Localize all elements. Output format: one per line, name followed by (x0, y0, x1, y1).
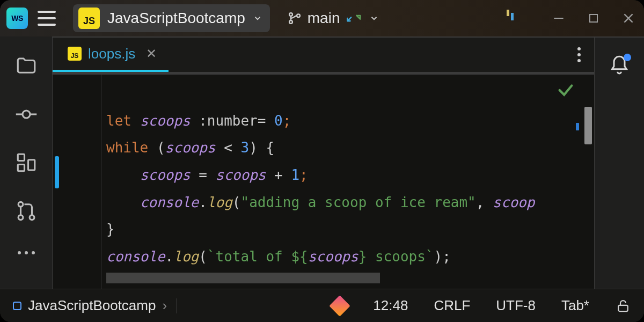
branch-name: main (308, 10, 340, 27)
svg-point-1 (289, 20, 292, 24)
cursor-position[interactable]: 12:48 (373, 297, 408, 314)
breadcrumb[interactable]: JavaScriptBootcamp › (13, 297, 177, 314)
editor-tab-bar: JS loops.js ✕ (53, 38, 594, 72)
vertical-scrollbar[interactable] (584, 107, 592, 144)
ide-services-icon[interactable] (329, 295, 350, 317)
svg-point-16 (18, 215, 23, 220)
svg-point-18 (18, 251, 21, 254)
titlebar: WS JS JavaScriptBootcamp main (0, 0, 644, 36)
gutter-line (101, 75, 101, 289)
pull-requests-tool-icon[interactable] (15, 200, 38, 222)
inspection-ok-icon[interactable] (557, 81, 575, 99)
commit-tool-icon[interactable] (15, 103, 38, 126)
project-tool-icon[interactable] (15, 55, 38, 77)
module-icon (13, 302, 21, 310)
vcs-branch-widget[interactable]: main (287, 10, 379, 27)
notifications-button[interactable] (609, 55, 630, 78)
chevron-right-icon: › (162, 297, 167, 314)
window-close-button[interactable] (621, 11, 635, 25)
app-icon-label: WS (11, 14, 23, 23)
main-menu-button[interactable] (38, 8, 59, 29)
tab-options-button[interactable] (577, 38, 581, 72)
svg-rect-14 (28, 160, 34, 170)
svg-rect-6 (590, 14, 597, 22)
svg-point-23 (577, 59, 581, 62)
app-icon[interactable]: WS (6, 8, 28, 29)
js-file-icon: JS (68, 47, 82, 61)
indent-setting[interactable]: Tab* (561, 297, 589, 314)
status-bar: JavaScriptBootcamp › 12:48 CRLF UTF-8 Ta… (0, 289, 644, 322)
code-editor[interactable]: let scoops :number= 0; while (scoops < 3… (53, 74, 594, 289)
svg-rect-3 (507, 10, 509, 16)
structure-tool-icon[interactable] (15, 151, 38, 174)
svg-point-20 (32, 251, 35, 254)
svg-point-22 (577, 53, 581, 56)
svg-rect-24 (618, 305, 628, 311)
svg-point-17 (30, 215, 34, 220)
chevron-down-icon[interactable] (369, 13, 379, 23)
notification-dot-icon (624, 54, 631, 61)
code-content[interactable]: let scoops :number= 0; while (scoops < 3… (106, 80, 594, 289)
svg-point-19 (25, 251, 28, 254)
tab-label: loops.js (88, 46, 135, 62)
separator (177, 298, 177, 313)
editor-tab-loops[interactable]: JS loops.js ✕ (53, 38, 169, 72)
more-tools-icon[interactable] (15, 248, 38, 258)
update-project-icon[interactable] (346, 11, 364, 26)
svg-rect-4 (511, 13, 514, 20)
svg-rect-12 (18, 154, 24, 160)
line-separator[interactable]: CRLF (434, 297, 470, 314)
svg-point-0 (289, 13, 292, 16)
error-stripe-marker[interactable] (576, 123, 579, 130)
chevron-down-icon (253, 13, 262, 23)
svg-point-15 (18, 202, 23, 207)
window-minimize-button[interactable] (552, 11, 566, 25)
project-selector[interactable]: JS JavaScriptBootcamp (73, 4, 270, 32)
horizontal-scrollbar[interactable] (106, 273, 380, 283)
svg-point-21 (577, 47, 581, 50)
svg-point-2 (297, 14, 300, 17)
editor-area: JS loops.js ✕ let scoops :number= 0; whi… (53, 36, 595, 289)
right-tool-sidebar (595, 36, 644, 289)
right-toolbar-indicator-icon[interactable] (506, 8, 516, 29)
breadcrumb-project: JavaScriptBootcamp (28, 297, 156, 314)
file-encoding[interactable]: UTF-8 (496, 297, 536, 314)
svg-point-9 (23, 111, 30, 118)
close-tab-button[interactable]: ✕ (142, 46, 157, 61)
left-tool-sidebar (0, 36, 53, 289)
change-marker[interactable] (55, 156, 59, 188)
readonly-toggle-icon[interactable] (615, 298, 631, 314)
window-maximize-button[interactable] (587, 12, 600, 25)
svg-rect-13 (18, 165, 24, 171)
branch-icon (287, 11, 302, 26)
project-name: JavaScriptBootcamp (107, 10, 245, 27)
js-file-icon: JS (78, 8, 100, 29)
